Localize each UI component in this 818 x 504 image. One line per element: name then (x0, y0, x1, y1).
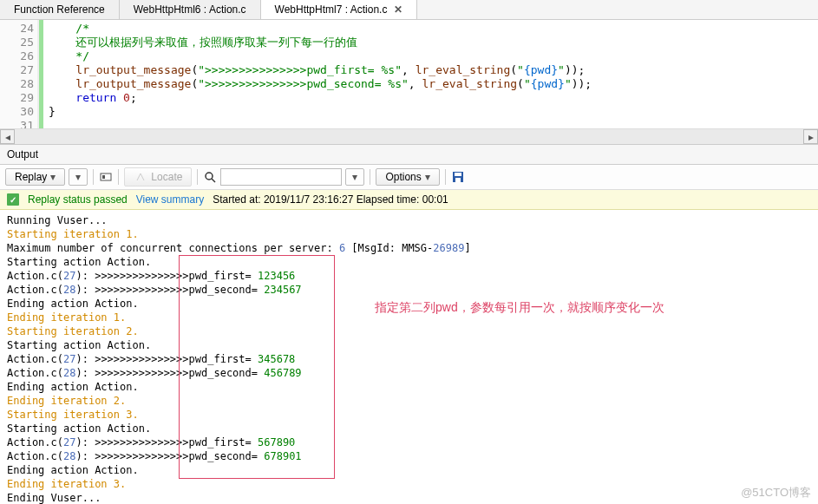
svg-point-2 (206, 173, 213, 180)
options-button[interactable]: Options ▾ (376, 168, 439, 186)
search-input[interactable] (220, 168, 342, 186)
separator (445, 169, 446, 185)
svg-rect-1 (102, 175, 105, 179)
output-panel-title: Output (0, 144, 818, 165)
status-text: Replay status passed (28, 193, 128, 206)
replay-button[interactable]: Replay ▾ (5, 168, 65, 186)
svg-line-3 (212, 179, 215, 182)
separator (93, 169, 94, 185)
scroll-track[interactable] (15, 129, 803, 144)
locate-icon (134, 170, 147, 184)
separator (197, 169, 198, 185)
replay-history-dropdown[interactable]: ▾ (69, 168, 88, 186)
replay-status-bar: ✓ Replay status passed View summary Star… (0, 190, 818, 210)
chevron-down-icon: ▾ (425, 171, 430, 183)
scroll-left-icon[interactable]: ◂ (0, 129, 15, 144)
close-icon[interactable]: ✕ (394, 3, 402, 16)
output-log[interactable]: 指定第二列pwd，参数每引用一次，就按顺序变化一次 Running Vuser.… (0, 210, 818, 504)
snapshot-icon[interactable] (99, 170, 113, 184)
search-dropdown[interactable]: ▾ (345, 168, 364, 186)
svg-rect-6 (455, 178, 461, 182)
tab-function-reference[interactable]: Function Reference (0, 0, 120, 19)
svg-rect-5 (455, 173, 461, 176)
horizontal-scrollbar[interactable]: ◂ ▸ (0, 128, 818, 144)
view-summary-link[interactable]: View summary (136, 193, 204, 206)
save-icon[interactable] (451, 170, 465, 184)
chevron-down-icon: ▾ (50, 171, 56, 183)
check-icon: ✓ (7, 193, 19, 206)
svg-rect-0 (101, 173, 111, 180)
status-details: Started at: 2019/11/7 23:16:27 Elapsed t… (213, 193, 448, 206)
code-area[interactable]: /* 还可以根据列号来取值，按照顺序取某一列下每一行的值 */ lr_outpu… (43, 20, 592, 128)
search-icon[interactable] (203, 170, 217, 184)
separator (370, 169, 370, 185)
code-editor[interactable]: 2425262728293031 /* 还可以根据列号来取值，按照顺序取某一列下… (0, 20, 818, 128)
locate-button: Locate (124, 167, 192, 187)
tab-webhttphtml6[interactable]: WebHttpHtml6 : Action.c (120, 0, 261, 19)
separator (118, 169, 119, 185)
tab-webhttphtml7[interactable]: WebHttpHtml7 : Action.c ✕ (261, 0, 418, 19)
scroll-right-icon[interactable]: ▸ (803, 129, 818, 144)
file-tabs: Function Reference WebHttpHtml6 : Action… (0, 0, 818, 20)
output-toolbar: Replay ▾ ▾ Locate ▾ Options ▾ (0, 165, 818, 190)
annotation-text: 指定第二列pwd，参数每引用一次，就按顺序变化一次 (375, 300, 664, 314)
watermark-text: @51CTO博客 (741, 485, 811, 501)
line-gutter: 2425262728293031 (0, 20, 38, 128)
